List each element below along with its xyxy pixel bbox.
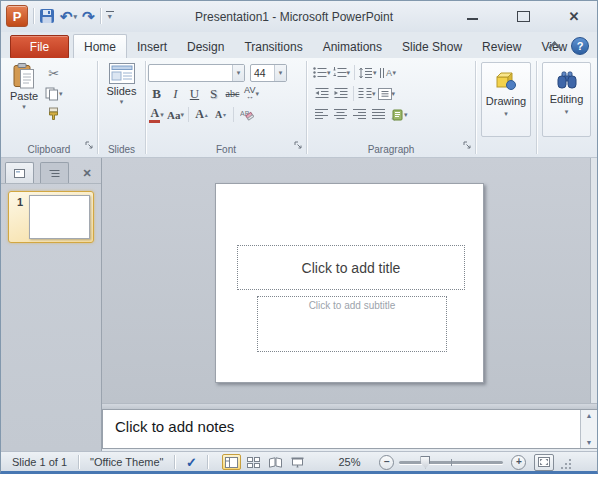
strikethrough-button[interactable]: abc <box>224 85 241 102</box>
close-pane-button[interactable]: ✕ <box>77 163 97 183</box>
slide-thumbnail-selected[interactable]: 1 <box>8 191 94 243</box>
font-color-letter: A <box>150 107 159 119</box>
slide-show-button[interactable] <box>288 454 307 470</box>
maximize-button[interactable] <box>516 9 530 23</box>
font-size-combobox[interactable]: 44▾ <box>250 64 287 82</box>
drawing-group: Drawing ▾ <box>476 58 536 157</box>
drawing-button[interactable]: Drawing ▾ <box>481 62 531 137</box>
subtitle-placeholder[interactable]: Click to add subtitle <box>257 296 447 352</box>
undo-button[interactable]: ↶▾ <box>60 9 77 24</box>
increase-font-size-button[interactable]: A▴ <box>193 106 210 123</box>
paste-button[interactable]: Paste ▾ <box>3 60 45 141</box>
decrease-indent-button[interactable] <box>313 85 330 102</box>
cut-button[interactable]: ✂ <box>45 65 63 82</box>
minimize-button[interactable] <box>465 9 479 23</box>
customize-qat-button[interactable]: ▾ <box>106 11 114 21</box>
fit-to-window-icon <box>538 457 550 467</box>
slide-editor-area: Click to add title Click to add subtitle <box>102 158 597 403</box>
notes-placeholder: Click to add notes <box>115 418 234 435</box>
tab-animations[interactable]: Animations <box>313 34 392 59</box>
tab-review[interactable]: Review <box>472 34 531 59</box>
spelling-check-button[interactable]: ✓ <box>175 455 207 470</box>
editing-button[interactable]: Editing ▾ <box>542 62 591 137</box>
reading-view-button[interactable] <box>266 454 285 470</box>
zoom-slider[interactable] <box>399 456 503 469</box>
decrease-font-size-button[interactable]: A▾ <box>212 106 229 123</box>
text-direction-button[interactable]: A ▾ <box>379 64 397 81</box>
save-button[interactable] <box>39 8 55 24</box>
resize-grip[interactable] <box>560 458 572 472</box>
slides-label: Slides <box>107 85 137 97</box>
redo-button[interactable]: ↷ <box>82 9 95 24</box>
tab-home[interactable]: Home <box>73 34 127 60</box>
chevron-down-icon: ▾ <box>22 103 26 110</box>
divider <box>354 65 355 80</box>
align-center-button[interactable] <box>332 106 349 123</box>
font-name-combobox[interactable]: ▾ <box>148 64 245 82</box>
notes-scrollbar[interactable]: ▲ ▼ <box>580 410 597 448</box>
undo-caret-icon[interactable]: ▾ <box>74 13 78 20</box>
paragraph-dialog-launcher[interactable] <box>463 136 472 154</box>
font-color-button[interactable]: A ▾ <box>148 106 165 123</box>
slide-sorter-view-button[interactable] <box>244 454 263 470</box>
clear-formatting-button[interactable]: AB <box>238 106 255 123</box>
drawing-label: Drawing <box>486 95 526 107</box>
help-button[interactable]: ? <box>571 37 589 55</box>
format-painter-icon <box>47 107 60 121</box>
bold-button[interactable]: B <box>148 85 165 102</box>
fit-slide-to-window-button[interactable] <box>534 454 554 471</box>
grow-font-letter: A <box>195 107 204 122</box>
tab-file[interactable]: File <box>10 35 69 59</box>
zoom-out-button[interactable]: − <box>379 455 394 470</box>
align-text-button[interactable]: ▾ <box>378 85 396 102</box>
tab-transitions[interactable]: Transitions <box>234 34 312 59</box>
slide-canvas[interactable]: Click to add title Click to add subtitle <box>215 183 484 383</box>
chevron-down-icon: ▾ <box>255 90 259 97</box>
normal-view-button[interactable] <box>222 454 241 470</box>
paste-label: Paste <box>10 90 38 102</box>
slide-layout-icon <box>109 63 135 84</box>
underline-button[interactable]: U <box>186 85 203 102</box>
increase-indent-button[interactable] <box>332 85 349 102</box>
text-shadow-button[interactable]: S <box>205 85 222 102</box>
line-spacing-button[interactable]: ▾ <box>359 64 377 81</box>
tab-design[interactable]: Design <box>177 34 234 59</box>
normal-view-icon <box>225 457 238 468</box>
tab-slide-show[interactable]: Slide Show <box>392 34 472 59</box>
minimize-ribbon-icon[interactable] <box>548 41 561 54</box>
columns-button[interactable]: ▾ <box>358 85 376 102</box>
powerpoint-app-icon[interactable]: P <box>6 5 28 27</box>
scroll-up-icon[interactable]: ▲ <box>586 412 593 419</box>
numbering-button[interactable]: ▾ <box>333 64 351 81</box>
slides-tab[interactable] <box>5 162 34 183</box>
scroll-down-icon[interactable]: ▼ <box>586 439 593 446</box>
character-spacing-button[interactable]: AV↔ ▾ <box>243 85 260 102</box>
chevron-down-icon: ▾ <box>237 69 241 76</box>
outline-tab[interactable] <box>40 162 69 183</box>
smartart-icon <box>389 109 404 121</box>
slide-indicator[interactable]: Slide 1 of 1 <box>1 456 78 468</box>
text-direction-icon: A <box>379 67 393 79</box>
font-dialog-launcher[interactable] <box>294 136 303 154</box>
close-button[interactable]: ✕ <box>567 9 581 23</box>
title-placeholder[interactable]: Click to add title <box>237 245 465 290</box>
zoom-level[interactable]: 25% <box>319 456 371 468</box>
change-case-button[interactable]: Aa ▾ <box>167 106 184 123</box>
justify-button[interactable] <box>370 106 387 123</box>
notes-pane[interactable]: Click to add notes ▲ ▼ <box>102 409 597 449</box>
format-painter-button[interactable] <box>45 105 63 122</box>
zoom-in-button[interactable]: + <box>511 455 526 470</box>
convert-to-smartart-button[interactable]: ▾ <box>389 106 408 123</box>
align-left-button[interactable] <box>313 106 330 123</box>
align-right-button[interactable] <box>351 106 368 123</box>
theme-name[interactable]: "Office Theme" <box>79 456 174 468</box>
slides-button[interactable]: Slides ▾ <box>100 60 143 105</box>
copy-button[interactable]: ▾ <box>45 85 63 102</box>
bullets-icon <box>313 67 327 78</box>
divider <box>233 107 234 122</box>
zoom-slider-thumb[interactable] <box>420 456 430 469</box>
tab-insert[interactable]: Insert <box>127 34 177 59</box>
bullets-button[interactable]: ▾ <box>313 64 331 81</box>
clipboard-dialog-launcher[interactable] <box>85 136 94 154</box>
italic-button[interactable]: I <box>167 85 184 102</box>
